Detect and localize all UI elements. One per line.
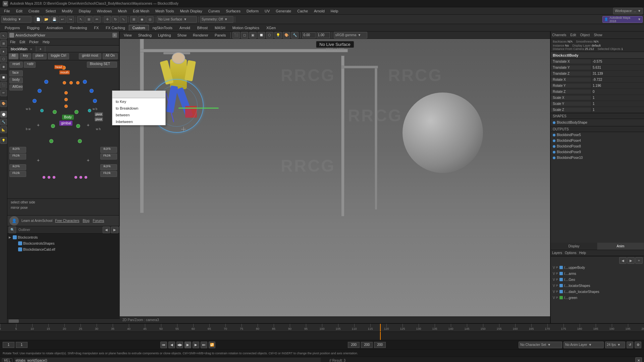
vert-btn-2[interactable]: ▲	[0, 48, 7, 55]
tab-animation[interactable]: Animation	[43, 25, 66, 31]
options-menu-btn[interactable]: Options	[565, 251, 576, 255]
rig-node-rshoulder[interactable]	[83, 80, 87, 84]
picker-body-btn[interactable]: body	[9, 77, 23, 83]
btn-go-end[interactable]: ⏭	[201, 342, 207, 348]
vert-btn-9[interactable]: ⬤	[0, 111, 7, 118]
picker-blocking-set-btn[interactable]: Blocking SET	[87, 62, 117, 68]
channel-menu-show[interactable]: Show	[594, 33, 602, 37]
outliner-item-blockcontrolsshapes[interactable]: BlockcontrolsShapes	[7, 240, 120, 246]
link-forums[interactable]: Forums	[93, 219, 104, 223]
lasso-btn[interactable]: ⊞	[85, 16, 93, 23]
picker-menu-help[interactable]: Help	[41, 40, 51, 44]
rig-node-rfoot[interactable]	[78, 139, 82, 143]
ctx-menu-between[interactable]: between	[112, 112, 165, 118]
end-frame-input[interactable]	[348, 342, 360, 348]
tab-fx[interactable]: FX	[91, 25, 102, 31]
vert-btn-10[interactable]: 🔧	[0, 119, 7, 125]
channel-value-ry[interactable]: 1.196	[591, 83, 644, 88]
rig-node-lknee[interactable]	[51, 124, 55, 128]
new-file-btn[interactable]: 📄	[35, 16, 42, 23]
right-tab-anim[interactable]: Anim	[597, 243, 644, 250]
rig-node-pink-5[interactable]	[79, 176, 82, 179]
picker-all-btn[interactable]: All	[9, 53, 18, 59]
rig-node-lelbow[interactable]	[38, 89, 42, 93]
viewport-menu-lighting[interactable]: Lighting	[155, 33, 174, 38]
viewport-menu-shading[interactable]: Shading	[136, 33, 154, 38]
picker-tab-blockmain[interactable]: blockMain ✕	[7, 46, 36, 52]
rig-node-pink-4[interactable]	[74, 176, 77, 179]
menu-generate[interactable]: Generate	[273, 8, 294, 14]
rig-node-pink-6[interactable]	[85, 176, 87, 179]
select-tool-btn[interactable]: ↖	[77, 16, 85, 23]
channel-row-sx[interactable]: Scale X 1	[551, 95, 644, 101]
tab-arnold[interactable]: Arnold	[176, 25, 194, 31]
link-blog[interactable]: Blog	[83, 219, 90, 223]
ctx-menu-to-breakdown[interactable]: to Breakdown	[112, 105, 165, 112]
picker-ik2fk-r2[interactable]: Ik2Fk	[100, 164, 117, 170]
picker-label-head[interactable]: head	[54, 65, 63, 69]
picker-menu-edit[interactable]: Edit	[18, 40, 26, 44]
rig-node-lwrist[interactable]	[33, 99, 37, 103]
tab-fx-caching[interactable]: FX Caching	[102, 25, 128, 31]
picker-reset-btn[interactable]: reset	[9, 62, 23, 68]
rig-node-lfoot[interactable]	[49, 139, 53, 143]
workspace-dropdown[interactable]: Workspace: ... ▼	[613, 8, 643, 14]
picker-plus-4[interactable]: +	[87, 158, 90, 163]
btn-step-fwd[interactable]: ▶	[193, 342, 199, 348]
channel-value-rx[interactable]: -9.722	[591, 77, 644, 82]
btn-play-fwd[interactable]: ▶	[184, 342, 191, 348]
link-free-characters[interactable]: Free Characters	[55, 219, 79, 223]
channel-row-sy[interactable]: Scale Y 1	[551, 101, 644, 107]
outliner-item-blockcontrols[interactable]: ▶ Blockcontrols	[7, 234, 120, 240]
picker-pivot-label-1[interactable]: pivot	[95, 112, 103, 116]
select-other-side-btn[interactable]: select other side	[9, 200, 37, 204]
settings-btn[interactable]: ⚙	[635, 342, 641, 348]
picker-plus-2[interactable]: +	[87, 122, 90, 128]
character-set-dropdown[interactable]: No Character Set ▼	[519, 342, 562, 348]
context-menu-input[interactable]	[112, 91, 165, 98]
menu-surfaces[interactable]: Surfaces	[223, 8, 243, 14]
btn-go-start[interactable]: ⏮	[160, 342, 167, 348]
vp-btn-4[interactable]: 🔲	[258, 32, 265, 39]
rig-node-upper-2[interactable]	[69, 81, 73, 84]
picker-place-btn[interactable]: place	[33, 53, 47, 59]
layer-item-green[interactable]: V P /....green	[551, 295, 644, 301]
mode-dropdown[interactable]: Modeling ▼	[1, 16, 32, 23]
shape-item-body[interactable]: BlockcctlBodyShape	[551, 120, 644, 125]
channel-value-sx[interactable]: 1	[591, 95, 644, 101]
picker-fk2ik-l2[interactable]: Fk2Ik	[9, 171, 26, 177]
rig-node-rknee[interactable]	[76, 124, 80, 128]
vert-btn-6[interactable]: ⬛	[0, 82, 7, 88]
select-mode-btn[interactable]: ↖	[0, 33, 7, 39]
output-item-3[interactable]: BlockbindPose8	[551, 143, 644, 149]
rig-node-lhip[interactable]	[53, 110, 57, 114]
rig-node-pink-1[interactable]	[43, 176, 45, 179]
vert-btn-1[interactable]: ⊠	[0, 40, 7, 47]
layer-item-v[interactable]: V P /....upperBody	[551, 264, 644, 270]
tab-bifrost[interactable]: Bifrost	[194, 25, 211, 31]
btn-step-back[interactable]: ◀	[168, 342, 175, 348]
snap-grid-btn[interactable]: ⊞	[130, 16, 138, 23]
tab-rigging[interactable]: Rigging	[23, 25, 43, 31]
menu-mesh-tools[interactable]: Mesh Tools	[153, 8, 176, 14]
menu-modify[interactable]: Modify	[59, 8, 75, 14]
vert-btn-8[interactable]: 🎨	[0, 100, 7, 107]
menu-windows[interactable]: Windows	[94, 8, 115, 14]
channel-row-rz[interactable]: Rotate Z 0	[551, 89, 644, 95]
output-item-1[interactable]: BlockbindPose5	[551, 132, 644, 138]
layer-item-arms[interactable]: V P /....arms	[551, 270, 644, 277]
outliner-scroll-right[interactable]: ▶	[111, 227, 118, 233]
menu-help[interactable]: Help	[328, 8, 341, 14]
undo-btn[interactable]: ↩	[59, 16, 66, 23]
viewport-cursor[interactable]	[181, 127, 186, 131]
vert-btn-7[interactable]: ✏	[0, 89, 7, 96]
rig-node-teal-2[interactable]	[88, 109, 91, 112]
layers-menu-btn[interactable]: Layers	[552, 251, 562, 255]
channel-value-sy[interactable]: 1	[591, 101, 644, 107]
outliner-scrollbar-thumb[interactable]	[9, 319, 19, 323]
start-frame-input[interactable]	[3, 342, 14, 348]
menu-mesh-display[interactable]: Mesh Display	[177, 8, 205, 14]
channel-menu-object[interactable]: Object	[580, 33, 590, 37]
scale-tool-btn[interactable]: ⤡	[120, 16, 127, 23]
symmetry-dropdown[interactable]: Symmetry: Off ▼	[200, 16, 233, 23]
